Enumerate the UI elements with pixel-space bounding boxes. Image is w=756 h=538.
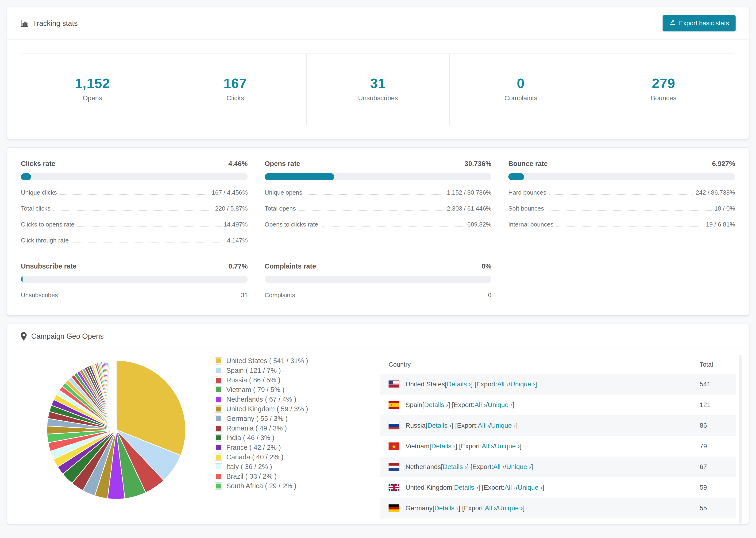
rate-block: Clicks rate 4.46% Unique clicks 167 / 4.… xyxy=(21,160,248,244)
country-name: Russia xyxy=(405,422,426,429)
export-all-link[interactable]: All › xyxy=(505,484,516,491)
export-prefix-text: ] [Export: xyxy=(452,422,478,429)
stat-value: 0 xyxy=(450,75,592,91)
separator-text: / xyxy=(509,381,511,388)
bracket-close-text: ] xyxy=(535,381,537,388)
details-link[interactable]: Details › xyxy=(454,484,478,491)
geo-table-viewport[interactable]: Country Total United States [Details ›] … xyxy=(380,355,736,524)
export-unique-link[interactable]: Unique › xyxy=(488,401,513,409)
rate-block: Complaints rate 0% Complaints 0 xyxy=(265,262,491,299)
separator-text: / xyxy=(489,422,491,429)
details-link[interactable]: Details › xyxy=(434,505,459,512)
export-unique-link[interactable]: Unique › xyxy=(491,422,516,429)
dotted-leader xyxy=(298,297,485,297)
legend-label: Vietnam ( 79 / 5% ) xyxy=(226,386,285,394)
rate-detail-value: 31 xyxy=(241,292,248,299)
legend-label: Italy ( 36 / 2% ) xyxy=(226,463,272,471)
legend-item: Romania ( 49 / 3% ) xyxy=(215,423,308,433)
export-all-link[interactable]: All › xyxy=(482,443,493,450)
country-total-value: 59 xyxy=(691,477,736,498)
rate-detail-rows: Unique clicks 167 / 4.456% Total clicks … xyxy=(21,189,248,244)
legend-label: South Africa ( 29 / 2% ) xyxy=(226,482,296,490)
export-basic-stats-button[interactable]: Export basic stats xyxy=(663,15,735,31)
bracket-close-text: ] xyxy=(543,484,544,491)
country-name: Germany xyxy=(405,505,432,512)
export-prefix-text: ] [Export: xyxy=(459,505,485,512)
details-link[interactable]: Details › xyxy=(424,401,448,409)
stat-value: 31 xyxy=(307,75,449,91)
rate-detail-row: Total opens 2,303 / 61.446% xyxy=(265,205,491,212)
country-total-value: 79 xyxy=(691,436,736,457)
rate-detail-value: 167 / 4.456% xyxy=(212,189,248,196)
country-total-value: 55 xyxy=(691,498,736,518)
rate-detail-rows: Unique opens 1,152 / 30.736% Total opens… xyxy=(265,189,491,228)
rate-detail-label: Unique opens xyxy=(265,189,302,196)
rate-title: Clicks rate xyxy=(21,160,55,168)
tracking-stats-title-group: Tracking stats xyxy=(21,19,78,28)
country-column-header: Country xyxy=(380,355,691,374)
rate-detail-label: Internal bounces xyxy=(508,221,553,228)
details-link[interactable]: Details › xyxy=(443,463,467,471)
legend-color-swatch xyxy=(215,454,222,460)
bracket-text: [ xyxy=(445,381,447,388)
details-link[interactable]: Details › xyxy=(447,381,471,388)
export-all-link[interactable]: All › xyxy=(478,422,489,429)
dotted-leader xyxy=(547,210,712,211)
country-name: Netherlands xyxy=(405,463,441,471)
geo-table-scrollbar[interactable] xyxy=(739,355,742,524)
export-prefix-text: ] [Export: xyxy=(448,401,474,409)
rate-detail-rows: Unsubscribes 31 xyxy=(21,292,248,299)
export-all-link[interactable]: All › xyxy=(497,381,509,388)
stat-card: 167 Clicks xyxy=(164,54,307,125)
dashboard-page: Tracking stats Export basic stats 1,152 … xyxy=(0,0,756,538)
export-unique-link[interactable]: Unique › xyxy=(511,381,535,388)
country-total-value: 86 xyxy=(691,415,736,436)
bracket-close-text: ] xyxy=(531,463,533,471)
bracket-close-text: ] xyxy=(520,443,522,450)
geo-opens-title-group: Campaign Geo Opens xyxy=(21,332,104,341)
nl-flag-icon xyxy=(389,463,399,471)
de-flag-icon xyxy=(389,505,399,512)
country-name: Vietnam xyxy=(405,443,429,450)
bracket-close-text: ] xyxy=(523,505,525,512)
geo-pie-chart xyxy=(43,357,189,504)
gb-flag-icon xyxy=(389,484,399,491)
legend-label: Romania ( 49 / 3% ) xyxy=(226,424,287,432)
export-all-link[interactable]: All › xyxy=(485,505,496,512)
legend-color-swatch xyxy=(215,473,222,480)
rate-progress-fill xyxy=(508,173,524,180)
export-unique-link[interactable]: Unique › xyxy=(518,484,543,491)
rate-value: 0% xyxy=(482,262,491,270)
rate-detail-label: Clicks to opens rate xyxy=(21,221,75,228)
rate-detail-row: Total clicks 220 / 5.87% xyxy=(21,205,248,212)
rate-progress-bar xyxy=(265,276,491,283)
legend-item: India ( 46 / 3% ) xyxy=(215,433,308,443)
export-button-label: Export basic stats xyxy=(679,20,729,27)
legend-label: Russia ( 86 / 5% ) xyxy=(226,376,280,384)
export-unique-link[interactable]: Unique › xyxy=(498,505,523,512)
separator-text: / xyxy=(486,401,488,409)
rate-detail-row: Clicks to opens rate 14.497% xyxy=(21,221,248,228)
geo-country-row: Netherlands [Details ›] [Export: All › /… xyxy=(380,457,736,477)
stat-label: Clicks xyxy=(164,94,306,102)
details-link[interactable]: Details › xyxy=(427,422,452,429)
export-unique-link[interactable]: Unique › xyxy=(495,443,520,450)
rate-detail-row: Complaints 0 xyxy=(265,292,491,299)
rate-detail-row: Opens to clicks rate 689.82% xyxy=(265,221,491,228)
export-all-link[interactable]: All › xyxy=(474,401,486,409)
rate-detail-row: Soft bounces 18 / 0% xyxy=(508,205,735,212)
rate-detail-label: Hard bounces xyxy=(508,189,546,196)
geo-country-row: Vietnam [Details ›] [Export: All › / Uni… xyxy=(380,436,736,457)
legend-color-swatch xyxy=(215,415,222,422)
rate-value: 6.927% xyxy=(712,160,735,168)
details-link[interactable]: Details › xyxy=(431,443,456,450)
dotted-leader xyxy=(60,194,209,194)
country-total-value: 541 xyxy=(691,374,736,395)
export-unique-link[interactable]: Unique › xyxy=(507,463,531,471)
export-all-link[interactable]: All › xyxy=(493,463,505,471)
vn-flag-icon xyxy=(389,443,399,450)
bracket-text: [ xyxy=(426,422,428,429)
legend-item: Netherlands ( 67 / 4% ) xyxy=(215,395,308,404)
rate-detail-value: 1,152 / 30.736% xyxy=(447,189,491,196)
legend-color-swatch xyxy=(215,444,222,451)
